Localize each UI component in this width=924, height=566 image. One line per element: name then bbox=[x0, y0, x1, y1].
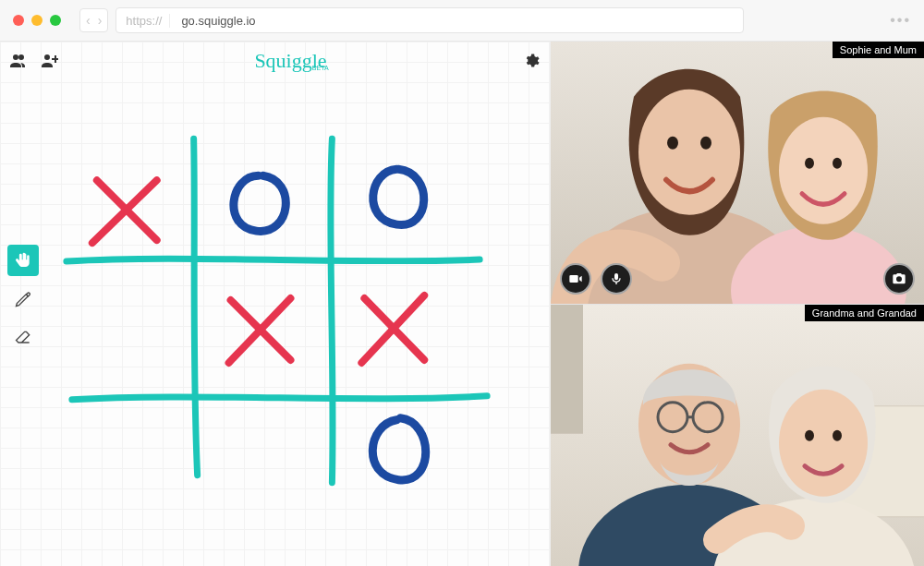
tool-tray bbox=[7, 245, 39, 354]
browser-chrome: ‹ › https:// go.squiggle.io ••• bbox=[0, 0, 924, 42]
traffic-lights bbox=[13, 15, 61, 26]
video-feed-bottom bbox=[551, 305, 924, 567]
snapshot-button[interactable] bbox=[883, 263, 915, 295]
svg-point-4 bbox=[700, 137, 711, 150]
video-tile-bottom[interactable]: Grandma and Grandad bbox=[551, 304, 924, 567]
url-bar[interactable]: https:// go.squiggle.io bbox=[116, 7, 744, 33]
close-window-icon[interactable] bbox=[13, 15, 24, 26]
video-tile-top[interactable]: Sophie and Mum bbox=[551, 42, 924, 304]
video-column: Sophie and Mum bbox=[551, 42, 924, 566]
app-frame: Squiggle BETA bbox=[0, 42, 924, 566]
mic-toggle-button[interactable] bbox=[601, 263, 632, 295]
eraser-tool[interactable] bbox=[7, 322, 39, 354]
video-label-bottom: Grandma and Grandad bbox=[805, 305, 924, 321]
nav-arrows: ‹ › bbox=[79, 8, 108, 32]
drawing-content bbox=[0, 42, 550, 566]
add-participant-icon[interactable] bbox=[41, 52, 59, 70]
svg-point-20 bbox=[833, 429, 842, 440]
svg-point-7 bbox=[805, 158, 814, 169]
forward-button[interactable]: › bbox=[98, 13, 103, 28]
back-button[interactable]: ‹ bbox=[86, 13, 91, 28]
svg-point-8 bbox=[833, 158, 842, 169]
maximize-window-icon[interactable] bbox=[50, 15, 61, 26]
logo-badge: BETA bbox=[312, 65, 329, 71]
minimize-window-icon[interactable] bbox=[31, 15, 43, 26]
svg-point-2 bbox=[638, 90, 740, 215]
canvas-topbar: Squiggle BETA bbox=[9, 49, 541, 73]
url-scheme: https:// bbox=[126, 14, 170, 28]
video-controls-left bbox=[560, 263, 632, 295]
browser-menu-icon[interactable]: ••• bbox=[890, 12, 911, 29]
svg-point-18 bbox=[779, 389, 868, 496]
svg-point-19 bbox=[805, 429, 814, 440]
drawing-canvas[interactable]: Squiggle BETA bbox=[0, 42, 551, 566]
url-host: go.squiggle.io bbox=[181, 14, 255, 28]
pen-tool[interactable] bbox=[7, 283, 39, 315]
svg-rect-11 bbox=[551, 305, 583, 434]
settings-icon[interactable] bbox=[522, 52, 541, 70]
video-label-top: Sophie and Mum bbox=[833, 42, 924, 58]
hand-tool[interactable] bbox=[7, 245, 39, 276]
app-logo: Squiggle BETA bbox=[254, 49, 326, 73]
participants-icon[interactable] bbox=[9, 52, 28, 70]
camera-toggle-button[interactable] bbox=[560, 263, 591, 295]
svg-point-6 bbox=[779, 117, 868, 224]
svg-point-3 bbox=[667, 137, 678, 150]
video-controls-right bbox=[883, 263, 915, 295]
